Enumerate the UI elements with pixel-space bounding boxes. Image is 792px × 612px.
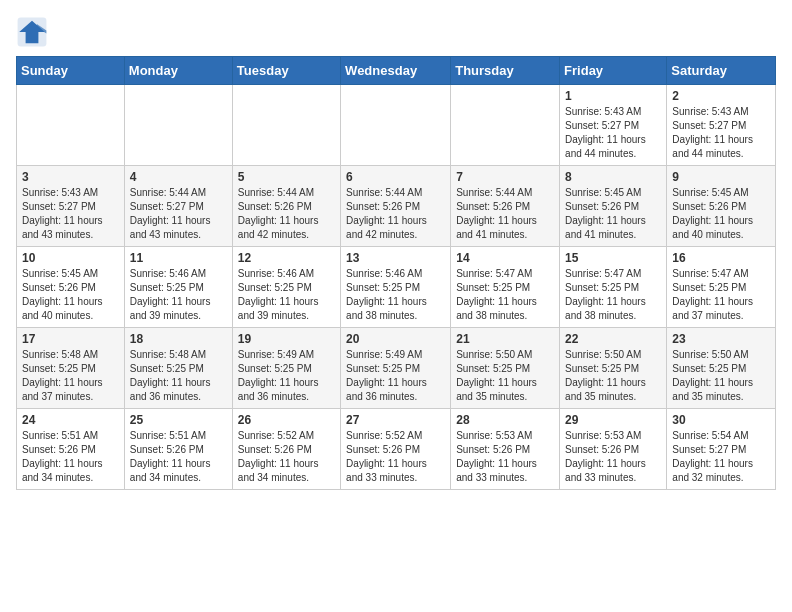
day-number: 13 — [346, 251, 445, 265]
day-info: Sunrise: 5:47 AM Sunset: 5:25 PM Dayligh… — [672, 267, 770, 323]
calendar-cell: 10Sunrise: 5:45 AM Sunset: 5:26 PM Dayli… — [17, 247, 125, 328]
calendar-week-row: 3Sunrise: 5:43 AM Sunset: 5:27 PM Daylig… — [17, 166, 776, 247]
day-info: Sunrise: 5:48 AM Sunset: 5:25 PM Dayligh… — [130, 348, 227, 404]
day-info: Sunrise: 5:46 AM Sunset: 5:25 PM Dayligh… — [346, 267, 445, 323]
day-number: 10 — [22, 251, 119, 265]
day-number: 11 — [130, 251, 227, 265]
day-number: 8 — [565, 170, 661, 184]
day-number: 18 — [130, 332, 227, 346]
calendar-cell: 28Sunrise: 5:53 AM Sunset: 5:26 PM Dayli… — [451, 409, 560, 490]
calendar-cell: 8Sunrise: 5:45 AM Sunset: 5:26 PM Daylig… — [560, 166, 667, 247]
weekday-header: Tuesday — [232, 57, 340, 85]
calendar-cell: 15Sunrise: 5:47 AM Sunset: 5:25 PM Dayli… — [560, 247, 667, 328]
day-info: Sunrise: 5:53 AM Sunset: 5:26 PM Dayligh… — [565, 429, 661, 485]
day-info: Sunrise: 5:45 AM Sunset: 5:26 PM Dayligh… — [565, 186, 661, 242]
day-info: Sunrise: 5:44 AM Sunset: 5:26 PM Dayligh… — [238, 186, 335, 242]
calendar-cell: 19Sunrise: 5:49 AM Sunset: 5:25 PM Dayli… — [232, 328, 340, 409]
calendar-cell: 13Sunrise: 5:46 AM Sunset: 5:25 PM Dayli… — [341, 247, 451, 328]
day-info: Sunrise: 5:52 AM Sunset: 5:26 PM Dayligh… — [238, 429, 335, 485]
day-info: Sunrise: 5:51 AM Sunset: 5:26 PM Dayligh… — [22, 429, 119, 485]
calendar-cell: 22Sunrise: 5:50 AM Sunset: 5:25 PM Dayli… — [560, 328, 667, 409]
calendar-cell — [232, 85, 340, 166]
day-info: Sunrise: 5:52 AM Sunset: 5:26 PM Dayligh… — [346, 429, 445, 485]
day-number: 4 — [130, 170, 227, 184]
day-info: Sunrise: 5:54 AM Sunset: 5:27 PM Dayligh… — [672, 429, 770, 485]
day-number: 22 — [565, 332, 661, 346]
day-info: Sunrise: 5:48 AM Sunset: 5:25 PM Dayligh… — [22, 348, 119, 404]
calendar-week-row: 10Sunrise: 5:45 AM Sunset: 5:26 PM Dayli… — [17, 247, 776, 328]
calendar-cell: 20Sunrise: 5:49 AM Sunset: 5:25 PM Dayli… — [341, 328, 451, 409]
day-info: Sunrise: 5:46 AM Sunset: 5:25 PM Dayligh… — [130, 267, 227, 323]
calendar-cell: 5Sunrise: 5:44 AM Sunset: 5:26 PM Daylig… — [232, 166, 340, 247]
logo — [16, 16, 52, 48]
day-number: 27 — [346, 413, 445, 427]
day-number: 17 — [22, 332, 119, 346]
calendar-cell: 21Sunrise: 5:50 AM Sunset: 5:25 PM Dayli… — [451, 328, 560, 409]
day-number: 29 — [565, 413, 661, 427]
day-info: Sunrise: 5:46 AM Sunset: 5:25 PM Dayligh… — [238, 267, 335, 323]
day-number: 30 — [672, 413, 770, 427]
day-number: 21 — [456, 332, 554, 346]
day-info: Sunrise: 5:43 AM Sunset: 5:27 PM Dayligh… — [565, 105, 661, 161]
day-number: 24 — [22, 413, 119, 427]
calendar-cell: 6Sunrise: 5:44 AM Sunset: 5:26 PM Daylig… — [341, 166, 451, 247]
day-info: Sunrise: 5:50 AM Sunset: 5:25 PM Dayligh… — [565, 348, 661, 404]
day-number: 3 — [22, 170, 119, 184]
calendar-week-row: 24Sunrise: 5:51 AM Sunset: 5:26 PM Dayli… — [17, 409, 776, 490]
day-info: Sunrise: 5:43 AM Sunset: 5:27 PM Dayligh… — [672, 105, 770, 161]
calendar-cell: 9Sunrise: 5:45 AM Sunset: 5:26 PM Daylig… — [667, 166, 776, 247]
calendar-cell — [124, 85, 232, 166]
day-number: 1 — [565, 89, 661, 103]
day-number: 28 — [456, 413, 554, 427]
day-number: 23 — [672, 332, 770, 346]
day-number: 19 — [238, 332, 335, 346]
day-number: 20 — [346, 332, 445, 346]
calendar-cell: 14Sunrise: 5:47 AM Sunset: 5:25 PM Dayli… — [451, 247, 560, 328]
day-info: Sunrise: 5:53 AM Sunset: 5:26 PM Dayligh… — [456, 429, 554, 485]
weekday-header: Sunday — [17, 57, 125, 85]
day-info: Sunrise: 5:49 AM Sunset: 5:25 PM Dayligh… — [238, 348, 335, 404]
calendar-cell: 18Sunrise: 5:48 AM Sunset: 5:25 PM Dayli… — [124, 328, 232, 409]
weekday-header: Monday — [124, 57, 232, 85]
day-number: 7 — [456, 170, 554, 184]
day-info: Sunrise: 5:44 AM Sunset: 5:26 PM Dayligh… — [456, 186, 554, 242]
day-info: Sunrise: 5:49 AM Sunset: 5:25 PM Dayligh… — [346, 348, 445, 404]
day-number: 12 — [238, 251, 335, 265]
calendar-cell: 30Sunrise: 5:54 AM Sunset: 5:27 PM Dayli… — [667, 409, 776, 490]
calendar-cell: 7Sunrise: 5:44 AM Sunset: 5:26 PM Daylig… — [451, 166, 560, 247]
calendar-cell: 11Sunrise: 5:46 AM Sunset: 5:25 PM Dayli… — [124, 247, 232, 328]
calendar-week-row: 1Sunrise: 5:43 AM Sunset: 5:27 PM Daylig… — [17, 85, 776, 166]
calendar-cell: 4Sunrise: 5:44 AM Sunset: 5:27 PM Daylig… — [124, 166, 232, 247]
day-number: 14 — [456, 251, 554, 265]
weekday-header: Thursday — [451, 57, 560, 85]
day-number: 9 — [672, 170, 770, 184]
calendar-cell: 17Sunrise: 5:48 AM Sunset: 5:25 PM Dayli… — [17, 328, 125, 409]
weekday-header: Saturday — [667, 57, 776, 85]
calendar-header-row: SundayMondayTuesdayWednesdayThursdayFrid… — [17, 57, 776, 85]
day-number: 16 — [672, 251, 770, 265]
calendar-week-row: 17Sunrise: 5:48 AM Sunset: 5:25 PM Dayli… — [17, 328, 776, 409]
day-number: 5 — [238, 170, 335, 184]
day-info: Sunrise: 5:43 AM Sunset: 5:27 PM Dayligh… — [22, 186, 119, 242]
day-number: 25 — [130, 413, 227, 427]
day-number: 15 — [565, 251, 661, 265]
calendar-cell: 1Sunrise: 5:43 AM Sunset: 5:27 PM Daylig… — [560, 85, 667, 166]
page-header — [16, 16, 776, 48]
calendar-cell: 26Sunrise: 5:52 AM Sunset: 5:26 PM Dayli… — [232, 409, 340, 490]
calendar-cell: 24Sunrise: 5:51 AM Sunset: 5:26 PM Dayli… — [17, 409, 125, 490]
calendar-cell: 25Sunrise: 5:51 AM Sunset: 5:26 PM Dayli… — [124, 409, 232, 490]
calendar-cell: 16Sunrise: 5:47 AM Sunset: 5:25 PM Dayli… — [667, 247, 776, 328]
day-info: Sunrise: 5:47 AM Sunset: 5:25 PM Dayligh… — [456, 267, 554, 323]
day-info: Sunrise: 5:45 AM Sunset: 5:26 PM Dayligh… — [672, 186, 770, 242]
day-info: Sunrise: 5:44 AM Sunset: 5:27 PM Dayligh… — [130, 186, 227, 242]
day-info: Sunrise: 5:47 AM Sunset: 5:25 PM Dayligh… — [565, 267, 661, 323]
day-info: Sunrise: 5:50 AM Sunset: 5:25 PM Dayligh… — [672, 348, 770, 404]
day-number: 2 — [672, 89, 770, 103]
day-info: Sunrise: 5:51 AM Sunset: 5:26 PM Dayligh… — [130, 429, 227, 485]
calendar-cell — [17, 85, 125, 166]
day-number: 26 — [238, 413, 335, 427]
weekday-header: Friday — [560, 57, 667, 85]
weekday-header: Wednesday — [341, 57, 451, 85]
day-number: 6 — [346, 170, 445, 184]
calendar-cell: 27Sunrise: 5:52 AM Sunset: 5:26 PM Dayli… — [341, 409, 451, 490]
